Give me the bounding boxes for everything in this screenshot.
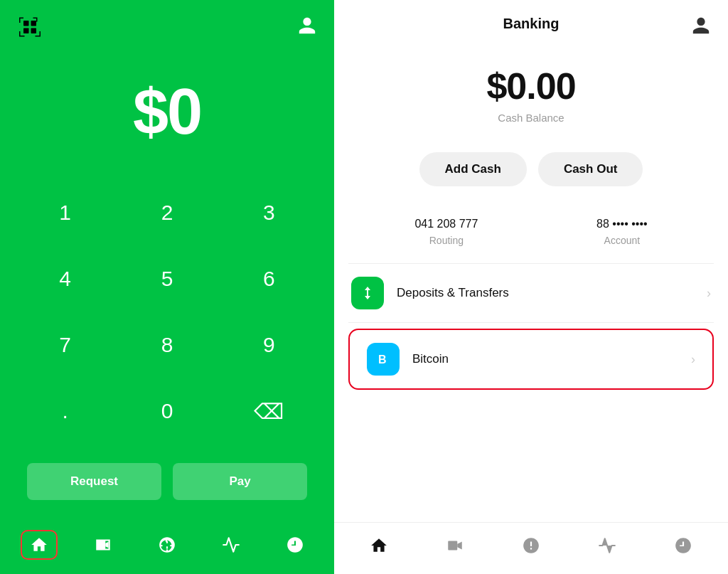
routing-value: 041 208 777 (414, 218, 478, 230)
scan-icon[interactable] (17, 14, 43, 40)
nav-activity-right[interactable] (592, 531, 623, 560)
nav-dollar-right[interactable] (515, 531, 547, 560)
left-panel: $0 1 2 3 4 5 6 7 8 9 . 0 ⌫ Request Pay (0, 0, 334, 574)
right-panel: Banking $0.00 Cash Balance Add Cash Cash… (334, 0, 728, 574)
key-6[interactable]: 6 (218, 250, 320, 307)
banking-title: Banking (503, 16, 560, 32)
numpad: 1 2 3 4 5 6 7 8 9 . 0 ⌫ (0, 184, 334, 449)
divider-mid (348, 322, 714, 323)
bottom-actions: Request Pay (0, 449, 334, 521)
svg-rect-2 (23, 28, 29, 34)
key-3[interactable]: 3 (218, 184, 320, 241)
key-8[interactable]: 8 (116, 317, 218, 373)
account-number-info: 88 •••• •••• Account (596, 218, 648, 246)
svg-rect-6 (448, 541, 457, 551)
bitcoin-icon: B (367, 343, 400, 376)
bottom-nav-right (334, 522, 728, 574)
request-button[interactable]: Request (27, 463, 161, 500)
cash-out-button[interactable]: Cash Out (538, 152, 643, 186)
profile-icon-right[interactable] (691, 16, 711, 38)
nav-home-right[interactable] (363, 531, 395, 560)
key-2[interactable]: 2 (116, 184, 218, 241)
deposits-icon (351, 277, 384, 309)
profile-icon-left[interactable] (297, 16, 317, 38)
nav-clock-right[interactable] (668, 531, 699, 560)
svg-text:B: B (378, 354, 387, 366)
cash-balance-label: Cash Balance (498, 112, 564, 124)
bitcoin-item[interactable]: B Bitcoin › (348, 329, 714, 390)
nav-video-right[interactable] (439, 531, 471, 560)
key-backspace[interactable]: ⌫ (218, 383, 320, 440)
svg-rect-1 (31, 21, 37, 26)
nav-activity-left[interactable] (213, 530, 250, 560)
banking-buttons: Add Cash Cash Out (334, 138, 728, 201)
right-balance-value: $0.00 (486, 65, 575, 107)
nav-home-left[interactable] (21, 530, 58, 560)
add-cash-button[interactable]: Add Cash (419, 152, 527, 186)
key-dot[interactable]: . (14, 383, 116, 440)
key-5[interactable]: 5 (116, 250, 218, 307)
routing-label: Routing (429, 235, 464, 246)
balance-display: $0 (0, 47, 334, 184)
svg-rect-0 (23, 21, 29, 26)
svg-rect-4 (97, 541, 105, 550)
key-0[interactable]: 0 (116, 383, 218, 440)
right-header: Banking (334, 0, 728, 43)
balance-value: $0 (133, 75, 201, 149)
deposits-label: Deposits & Transfers (397, 286, 707, 300)
deposits-transfers-item[interactable]: Deposits & Transfers › (334, 264, 728, 322)
key-7[interactable]: 7 (14, 317, 116, 373)
account-info: 041 208 777 Routing 88 •••• •••• Account (334, 201, 728, 263)
account-value: 88 •••• •••• (596, 218, 648, 230)
routing-info: 041 208 777 Routing (414, 218, 478, 246)
key-4[interactable]: 4 (14, 250, 116, 307)
nav-clock-left[interactable] (277, 530, 314, 560)
svg-rect-3 (31, 28, 37, 34)
deposits-chevron: › (707, 286, 711, 301)
bitcoin-label: Bitcoin (412, 352, 691, 366)
left-header (0, 0, 334, 47)
nav-video-left[interactable] (85, 530, 122, 560)
pay-button[interactable]: Pay (173, 463, 307, 500)
bitcoin-chevron: › (691, 352, 695, 367)
account-label: Account (604, 235, 641, 246)
key-9[interactable]: 9 (218, 317, 320, 373)
key-1[interactable]: 1 (14, 184, 116, 241)
bottom-nav-left (0, 521, 334, 574)
nav-dollar-left[interactable] (149, 530, 186, 560)
right-balance-section: $0.00 Cash Balance (334, 43, 728, 138)
